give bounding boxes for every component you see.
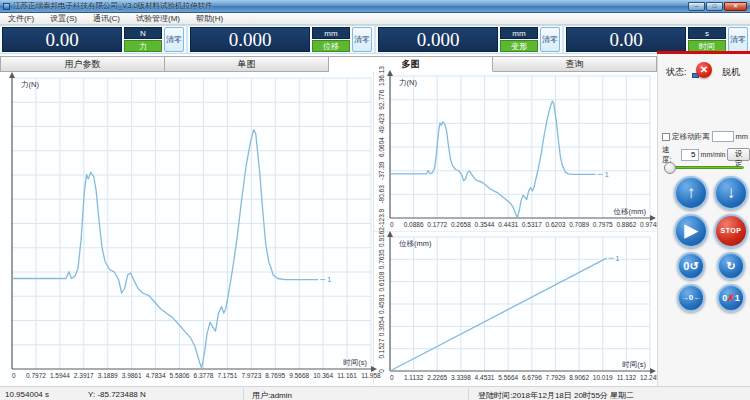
- return-icon: ↻: [726, 260, 735, 272]
- fixed-distance-input[interactable]: [712, 131, 734, 142]
- svg-text:位移(mm): 位移(mm): [614, 207, 647, 216]
- svg-text:1: 1: [616, 255, 620, 262]
- speed-row: 速度: mm/min 设定: [662, 147, 750, 162]
- svg-text:0.7975: 0.7975: [593, 221, 613, 228]
- svg-text:11.132: 11.132: [617, 374, 637, 381]
- svg-text:3.1889: 3.1889: [98, 372, 118, 379]
- return-to-zero-button[interactable]: 0↺: [677, 252, 705, 280]
- statusbar-force: Y: -85.723488 N: [88, 390, 146, 399]
- control-panel: 状态: ✕ 脱机 定移动距离 mm 速度: mm/min 设定 ↑ ↓ ▶ ST…: [657, 54, 750, 386]
- svg-text:4.4531: 4.4531: [475, 374, 495, 381]
- return-zero-icon: 0↺: [683, 260, 698, 272]
- svg-text:6.6796: 6.6796: [522, 374, 542, 381]
- svg-text:7.1751: 7.1751: [217, 372, 237, 379]
- stop-button[interactable]: STOP: [714, 214, 748, 248]
- slider-handle[interactable]: [664, 162, 676, 174]
- svg-text:0: 0: [390, 374, 394, 381]
- svg-text:0.4581: 0.4581: [378, 294, 385, 314]
- charts-svg: 00.79721.59442.39173.18893.98614.78345.5…: [0, 0, 750, 400]
- statusbar-login-time: 登陆时间:2018年12月18日 20时55分 星期二: [478, 390, 634, 400]
- svg-text:1.5944: 1.5944: [50, 372, 70, 379]
- svg-text:8.7695: 8.7695: [265, 372, 285, 379]
- svg-text:0.7972: 0.7972: [26, 372, 46, 379]
- speed-unit: mm/min: [701, 151, 726, 158]
- fixed-distance-checkbox[interactable]: [662, 133, 670, 141]
- svg-text:0.0886: 0.0886: [404, 221, 424, 228]
- svg-text:2.3917: 2.3917: [74, 372, 94, 379]
- svg-text:8.9062: 8.9062: [569, 374, 589, 381]
- svg-text:4.7834: 4.7834: [146, 372, 166, 379]
- status-bar: 10.954004 s Y: -85.723488 N 用户:admin 登陆时…: [0, 386, 750, 400]
- svg-text:5.5806: 5.5806: [170, 372, 190, 379]
- svg-text:10.364: 10.364: [313, 372, 333, 379]
- svg-text:1: 1: [605, 171, 609, 178]
- svg-text:92.776: 92.776: [378, 89, 385, 109]
- svg-text:7.9723: 7.9723: [241, 372, 261, 379]
- up-arrow-icon: ↑: [687, 183, 696, 202]
- status-value: 脱机: [722, 66, 740, 79]
- svg-text:136.13: 136.13: [378, 66, 385, 86]
- svg-text:7.7929: 7.7929: [546, 374, 566, 381]
- jog-up-button[interactable]: ↑: [674, 176, 708, 210]
- svg-text:0.8862: 0.8862: [616, 221, 636, 228]
- svg-text:0: 0: [390, 221, 394, 228]
- svg-text:时间(s): 时间(s): [343, 358, 367, 367]
- statusbar-divider: [468, 388, 469, 400]
- svg-text:力(N): 力(N): [399, 78, 417, 87]
- statusbar-time: 10.954004 s: [5, 390, 49, 399]
- statusbar-divider: [243, 388, 244, 400]
- svg-text:-37.39: -37.39: [378, 161, 385, 180]
- svg-text:3.3398: 3.3398: [451, 374, 471, 381]
- calibrate-button[interactable]: 0✗1: [717, 284, 745, 312]
- svg-text:0.3544: 0.3544: [475, 221, 495, 228]
- svg-text:49.423: 49.423: [378, 113, 385, 133]
- svg-text:3.9861: 3.9861: [122, 372, 142, 379]
- svg-text:位移(mm): 位移(mm): [399, 239, 432, 248]
- svg-text:9.5668: 9.5668: [289, 372, 309, 379]
- svg-text:0.2658: 0.2658: [451, 221, 471, 228]
- play-icon: ▶: [684, 221, 697, 240]
- chart-area: 00.79721.59442.39173.18893.98614.78345.5…: [0, 72, 657, 386]
- speed-input[interactable]: [681, 149, 699, 161]
- fixed-distance-row: 定移动距离 mm: [662, 130, 750, 143]
- stop-icon: STOP: [721, 227, 742, 234]
- svg-text:0.4431: 0.4431: [498, 221, 518, 228]
- svg-text:力(N): 力(N): [21, 80, 39, 89]
- svg-text:0: 0: [12, 372, 16, 379]
- fixed-distance-unit: mm: [736, 132, 749, 141]
- svg-text:0.7089: 0.7089: [569, 221, 589, 228]
- application-window: 江苏正瑞泰邦电子科技有限公司_V3.0版材料试验机拉伸软件 – □ ✕ 文件(F…: [0, 0, 750, 400]
- svg-text:5.5664: 5.5664: [498, 374, 518, 381]
- svg-text:0.6108: 0.6108: [378, 271, 385, 291]
- return-button[interactable]: ↻: [717, 252, 745, 280]
- svg-text:6.3778: 6.3778: [194, 372, 214, 379]
- svg-text:0.3054: 0.3054: [378, 316, 385, 336]
- svg-text:0: 0: [378, 369, 385, 373]
- down-arrow-icon: ↓: [727, 183, 736, 202]
- run-button[interactable]: ▶: [674, 214, 708, 248]
- red-x-icon: ✗: [727, 293, 735, 303]
- speed-set-button[interactable]: 设定: [727, 148, 750, 161]
- fixed-distance-label: 定移动距离: [672, 132, 710, 142]
- svg-text:-80.63: -80.63: [378, 185, 385, 204]
- offline-x-icon: ✕: [696, 62, 712, 78]
- svg-text:0.7635: 0.7635: [378, 249, 385, 269]
- svg-text:10.019: 10.019: [593, 374, 613, 381]
- svg-text:时间(s): 时间(s): [622, 360, 646, 369]
- svg-text:11.161: 11.161: [337, 372, 357, 379]
- svg-text:0.9162: 0.9162: [378, 227, 385, 247]
- svg-text:-123.9: -123.9: [378, 208, 385, 227]
- svg-text:1.1132: 1.1132: [404, 374, 424, 381]
- svg-text:0.1527: 0.1527: [378, 338, 385, 358]
- zero-in-icon: →0←: [681, 293, 701, 302]
- zero-one-icon: 0✗1: [722, 293, 740, 303]
- statusbar-user: 用户:admin: [252, 390, 292, 400]
- speed-slider[interactable]: [664, 166, 744, 169]
- jog-down-button[interactable]: ↓: [714, 176, 748, 210]
- svg-text:0.1772: 0.1772: [427, 221, 447, 228]
- machine-status-row: 状态: ✕ 脱机: [666, 62, 750, 80]
- zeroing-button[interactable]: →0←: [677, 284, 705, 312]
- status-label: 状态:: [666, 66, 687, 79]
- svg-text:1: 1: [327, 276, 331, 283]
- svg-text:6.0604: 6.0604: [378, 137, 385, 157]
